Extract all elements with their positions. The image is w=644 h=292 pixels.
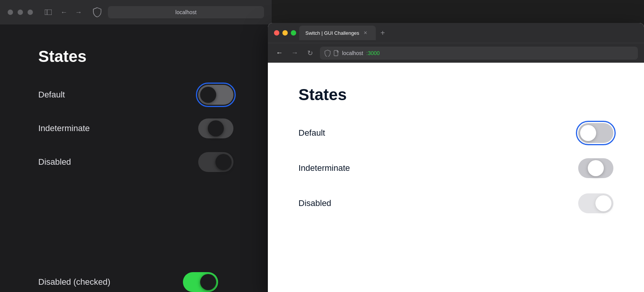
plus-icon: +: [380, 29, 385, 37]
svg-rect-0: [45, 10, 52, 15]
sidebar-toggle-bg[interactable]: [42, 8, 54, 16]
dark-content: States Default Indeterminate Disabled: [0, 24, 272, 292]
light-row-disabled: Disabled: [298, 193, 613, 213]
reload-icon: ↻: [307, 49, 313, 57]
dark-label-disabled: Disabled: [38, 157, 71, 167]
dark-label-indeterminate: Indeterminate: [38, 123, 90, 133]
traffic-light-close-bg[interactable]: [8, 10, 13, 15]
traffic-light-min-bg[interactable]: [18, 10, 23, 15]
reload-button[interactable]: ↻: [305, 48, 315, 58]
tab-bar: Switch | GUI Challenges ✕ +: [299, 26, 638, 40]
switch-thumb-indeterminate-light: [588, 160, 604, 176]
back-btn-bg[interactable]: ←: [59, 7, 69, 17]
forward-button[interactable]: →: [289, 48, 300, 58]
document-icon: [334, 50, 339, 56]
browser-toolbar: Switch | GUI Challenges ✕ +: [268, 23, 644, 43]
tab-close-button[interactable]: ✕: [362, 30, 368, 36]
switch-thumb-disabled-light: [595, 195, 611, 211]
switch-disabled-checked-dark: [183, 272, 218, 292]
dark-label-default: Default: [38, 90, 65, 100]
switch-thumb-disabled-dark: [215, 154, 232, 170]
address-bar-bg[interactable]: localhost: [108, 6, 264, 18]
switch-thumb-default-dark: [200, 87, 216, 103]
switch-default-dark[interactable]: [198, 85, 233, 105]
tab-active[interactable]: Switch | GUI Challenges ✕: [299, 26, 376, 40]
address-port: :3000: [366, 50, 380, 56]
dark-pane: ← → localhost States Default Indetermina…: [0, 0, 272, 292]
bg-window-chrome: ← → localhost: [0, 0, 272, 24]
back-icon: ←: [276, 49, 283, 57]
light-label-disabled: Disabled: [298, 198, 331, 208]
shield-icon: [324, 50, 331, 57]
traffic-light-close[interactable]: [274, 30, 279, 36]
browser-window: Switch | GUI Challenges ✕ + ← → ↻: [268, 23, 644, 292]
switch-indeterminate-dark[interactable]: [198, 118, 233, 138]
traffic-light-maximize[interactable]: [291, 30, 296, 36]
traffic-light-minimize[interactable]: [282, 30, 288, 36]
dark-row-disabled: Disabled: [38, 152, 249, 172]
switch-thumb-disabled-checked-dark: [200, 274, 216, 290]
dark-row-disabled-checked: Disabled (checked): [0, 264, 272, 292]
switch-disabled-light: [578, 193, 613, 213]
browser-navbar: ← → ↻ localhost:3000: [268, 43, 644, 63]
back-button[interactable]: ←: [274, 48, 285, 58]
switch-thumb-indeterminate-dark: [208, 120, 224, 136]
address-bar[interactable]: localhost:3000: [320, 47, 638, 60]
switch-indeterminate-light[interactable]: [578, 158, 613, 178]
light-label-indeterminate: Indeterminate: [298, 163, 350, 173]
shield-icon-bg: [91, 6, 103, 18]
dark-section-title: States: [38, 47, 249, 66]
light-row-indeterminate: Indeterminate: [298, 158, 613, 178]
address-domain: localhost: [342, 50, 363, 56]
light-section-title: States: [298, 86, 613, 104]
switch-default-light[interactable]: [578, 123, 613, 143]
address-text-bg: localhost: [175, 9, 196, 15]
light-row-default: Default: [298, 123, 613, 143]
dark-row-default: Default: [38, 85, 249, 105]
traffic-light-max-bg[interactable]: [28, 10, 33, 15]
forward-icon: →: [291, 49, 298, 57]
switch-disabled-dark: [198, 152, 233, 172]
forward-btn-bg[interactable]: →: [73, 7, 83, 17]
new-tab-button[interactable]: +: [377, 28, 388, 38]
switch-thumb-default-light: [580, 125, 596, 141]
dark-label-disabled-checked: Disabled (checked): [38, 277, 110, 287]
browser-content: States Default Indeterminate Disabled: [268, 63, 644, 292]
tab-title: Switch | GUI Challenges: [305, 30, 359, 36]
close-icon: ✕: [364, 30, 367, 36]
dark-row-indeterminate: Indeterminate: [38, 118, 249, 138]
light-label-default: Default: [298, 128, 325, 138]
